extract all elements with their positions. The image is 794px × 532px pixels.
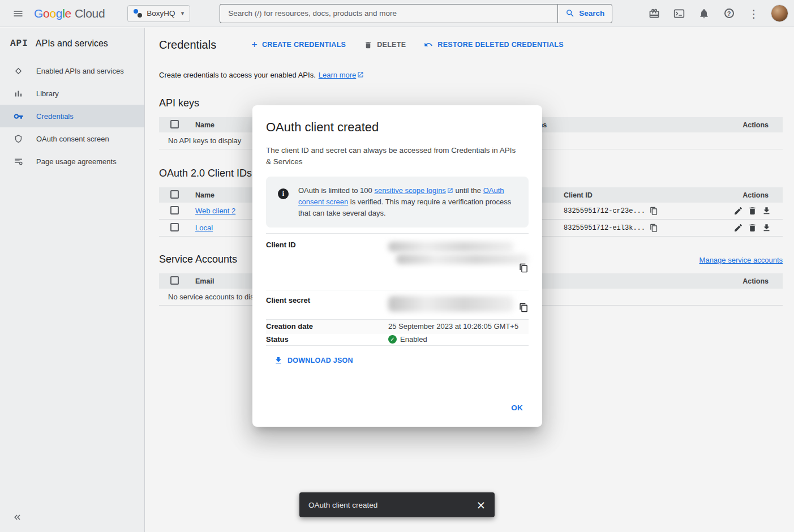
- redacted-blur: [388, 296, 514, 312]
- status-text: Enabled: [400, 335, 427, 344]
- creation-date-value: 25 September 2023 at 10:26:05 GMT+5: [388, 322, 529, 331]
- copy-client-id-button[interactable]: [519, 263, 529, 273]
- redacted-blur: [396, 254, 529, 264]
- snackbar-message: OAuth client created: [308, 501, 471, 509]
- creation-date-row: Creation date 25 September 2023 at 10:26…: [266, 319, 529, 333]
- client-secret-row: Client secret: [266, 290, 529, 319]
- external-link-icon: [447, 187, 453, 194]
- dialog-fields: Client ID Client secret Creation date 25…: [266, 233, 529, 346]
- client-secret-redacted-value: [388, 290, 529, 319]
- client-id-row: Client ID: [266, 233, 529, 290]
- notice-text: OAuth is limited to 100 sensitive scope …: [298, 185, 520, 219]
- copy-client-secret-button[interactable]: [519, 303, 529, 312]
- close-icon: ×: [477, 498, 486, 512]
- sensitive-scope-logins-link[interactable]: sensitive scope logins: [374, 186, 453, 195]
- oauth-client-created-dialog: OAuth client created The client ID and s…: [252, 105, 542, 427]
- download-json-label: DOWNLOAD JSON: [287, 357, 353, 364]
- snackbar: OAuth client created ×: [299, 492, 495, 517]
- ok-button[interactable]: OK: [505, 399, 529, 417]
- snackbar-close-button[interactable]: ×: [471, 495, 491, 515]
- client-secret-label: Client secret: [266, 290, 388, 319]
- status-label: Status: [266, 335, 388, 344]
- copy-icon: [519, 303, 529, 312]
- status-value: ✓ Enabled: [388, 335, 529, 344]
- copy-icon: [519, 263, 529, 273]
- dialog-description: The client ID and secret can always be a…: [266, 145, 518, 168]
- client-id-label: Client ID: [266, 234, 388, 290]
- oauth-limit-notice: i OAuth is limited to 100 sensitive scop…: [266, 177, 529, 228]
- redacted-blur: [388, 242, 514, 252]
- status-enabled-icon: ✓: [388, 335, 397, 344]
- download-icon: [274, 356, 283, 365]
- status-row: Status ✓ Enabled: [266, 333, 529, 346]
- creation-date-label: Creation date: [266, 322, 388, 331]
- download-json-button[interactable]: DOWNLOAD JSON: [273, 354, 354, 367]
- info-icon: i: [278, 188, 289, 199]
- dialog-title: OAuth client created: [266, 120, 529, 135]
- client-id-redacted-value: [388, 234, 529, 290]
